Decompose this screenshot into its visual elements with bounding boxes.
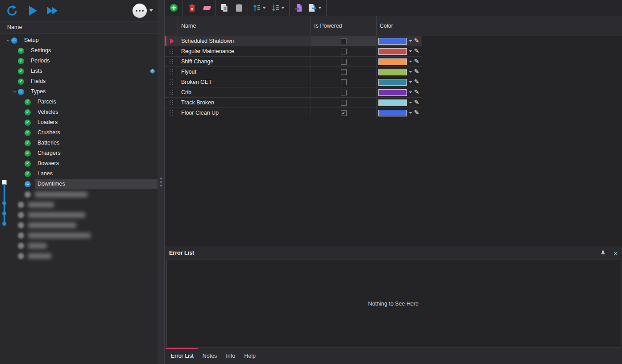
tree-item-redacted[interactable] [0,199,158,210]
tree-item-redacted[interactable] [0,240,158,251]
tree-item-redacted[interactable] [0,210,158,220]
color-dropdown-icon[interactable] [409,112,412,114]
export-button[interactable] [307,2,323,14]
tab-error-list[interactable]: Error List [166,353,198,359]
color-dropdown-icon[interactable] [409,102,412,103]
row-drag-handle[interactable] [165,87,178,97]
tree-item-redacted[interactable] [0,189,158,199]
run-button[interactable] [25,3,40,18]
is-powered-checkbox[interactable] [341,38,347,44]
edit-color-pencil-icon[interactable]: ✎ [414,68,419,74]
row-drag-handle[interactable] [165,67,178,77]
cell-name[interactable]: Floor Clean Up [178,108,311,118]
current-row-indicator[interactable] [165,36,178,46]
color-dropdown-icon[interactable] [409,71,412,73]
table-row[interactable]: Shift Change✎ [165,57,422,67]
color-dropdown-icon[interactable] [409,40,412,42]
color-dropdown-icon[interactable] [409,50,412,52]
tab-help[interactable]: Help [240,353,260,359]
is-powered-checkbox[interactable] [341,69,347,75]
tab-notes[interactable]: Notes [198,353,222,359]
row-drag-handle[interactable] [165,108,178,118]
edit-color-pencil-icon[interactable]: ✎ [414,48,419,54]
cell-name[interactable]: Flyout [178,67,311,77]
row-drag-handle[interactable] [165,98,178,108]
sidebar-item-batteries[interactable]: ✓Batteries [0,138,158,148]
eraser-button[interactable] [200,2,212,14]
paste-button[interactable] [232,2,245,14]
sidebar-splitter[interactable] [158,0,164,364]
color-swatch[interactable] [378,110,407,116]
is-powered-checkbox[interactable] [341,100,347,106]
column-header-color[interactable]: Color [377,16,421,36]
sidebar-item-setup[interactable]: →Setup [0,35,158,46]
row-drag-handle[interactable] [165,77,178,87]
column-header-name[interactable]: Name [178,16,311,36]
copy-button[interactable] [218,2,231,14]
table-row[interactable]: Regular Maintenance✎ [165,46,422,57]
edit-color-pencil-icon[interactable]: ✎ [414,89,419,95]
import-button[interactable] [292,2,305,14]
table-row[interactable]: Track Broken✎ [165,98,422,108]
tree-item-redacted[interactable] [0,230,158,240]
color-swatch[interactable] [378,58,407,65]
add-button[interactable] [167,2,180,14]
delete-button[interactable]: x [186,2,198,14]
sidebar-item-loaders[interactable]: ✓Loaders [0,117,158,128]
sidebar-item-fields[interactable]: ✓Fields [0,76,158,87]
expander-chevron-icon[interactable] [12,91,18,92]
is-powered-checkbox[interactable] [341,79,347,85]
more-options-button[interactable] [133,4,153,18]
sidebar-item-chargers[interactable]: ✓Chargers [0,148,158,158]
cell-name[interactable]: Regular Maintenance [178,46,311,56]
sidebar-item-vehicles[interactable]: ✓Vehicles [0,107,158,117]
table-row[interactable]: Broken GET✎ [165,77,422,87]
edit-color-pencil-icon[interactable]: ✎ [414,37,419,44]
sidebar-item-lanes[interactable]: ✓Lanes [0,169,158,179]
edit-color-pencil-icon[interactable]: ✎ [414,79,419,85]
color-swatch[interactable] [378,99,407,106]
sidebar-item-parcels[interactable]: ✓Parcels [0,97,158,107]
cell-name[interactable]: Shift Change [178,57,311,66]
table-row[interactable]: Crib✎ [165,87,422,98]
edit-color-pencil-icon[interactable]: ✎ [414,58,419,64]
tree-item-redacted[interactable] [0,220,158,230]
cell-name[interactable]: Track Broken [178,98,311,108]
row-drag-handle[interactable] [165,57,178,66]
close-button[interactable]: × [614,250,618,256]
edit-color-pencil-icon[interactable]: ✎ [414,99,419,105]
color-dropdown-icon[interactable] [409,61,412,62]
column-header-is-powered[interactable]: Is Powered [311,16,377,36]
sidebar-item-types[interactable]: →Types [0,87,158,97]
table-row[interactable]: Floor Clean Up✓✎ [165,108,422,118]
table-row[interactable]: Flyout✎ [165,67,422,77]
edit-color-pencil-icon[interactable]: ✎ [414,109,419,116]
expander-chevron-icon[interactable] [5,40,11,41]
fast-forward-button[interactable] [46,3,61,18]
color-swatch[interactable] [378,48,407,55]
refresh-button[interactable] [4,3,20,18]
is-powered-checkbox[interactable] [341,59,347,65]
cell-name[interactable]: Crib [178,87,311,97]
sidebar-item-bowsers[interactable]: ✓Bowsers [0,158,158,169]
sort-ascending-button[interactable] [251,2,268,14]
tab-info[interactable]: Info [221,353,240,359]
cell-name[interactable]: Scheduled Shutdown [178,36,311,46]
sidebar-item-lists[interactable]: ✓Lists [0,66,158,76]
is-powered-checkbox[interactable] [341,49,347,54]
color-swatch[interactable] [378,79,407,86]
cell-name[interactable]: Broken GET [178,77,311,87]
row-drag-handle[interactable] [165,46,178,56]
is-powered-checkbox[interactable]: ✓ [341,110,347,116]
table-row[interactable]: Scheduled Shutdown✎ [165,36,422,46]
sidebar-item-downtimes[interactable]: →Downtimes [0,179,158,189]
pin-button[interactable] [601,250,605,256]
tree-item-redacted[interactable] [0,251,158,261]
sidebar-item-crushers[interactable]: ✓Crushers [0,128,158,138]
sidebar-item-periods[interactable]: ✓Periods [0,56,158,66]
color-swatch[interactable] [378,69,407,75]
color-swatch[interactable] [378,89,407,96]
sort-descending-button[interactable] [270,2,286,14]
color-dropdown-icon[interactable] [409,81,412,83]
color-dropdown-icon[interactable] [409,91,412,93]
